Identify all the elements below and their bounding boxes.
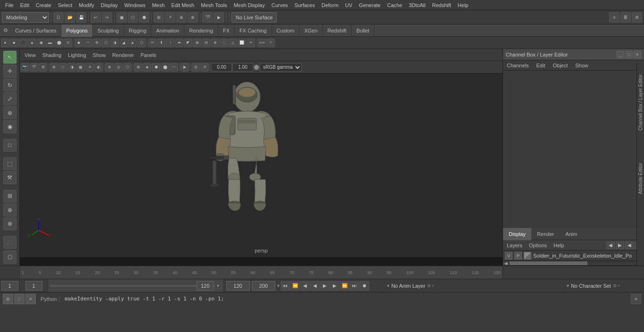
bottom-right-icon[interactable]: ≡ (631, 294, 641, 304)
shelf-platonic[interactable]: ◆ (74, 39, 83, 47)
shelf-cone[interactable]: ▲ (28, 39, 36, 47)
viewport-menu-view[interactable]: View (22, 51, 39, 59)
menu-redshift[interactable]: Redshift (429, 1, 454, 9)
scene-area[interactable]: X Z Y persp (20, 73, 503, 257)
anim-layer-add-icon[interactable]: + (432, 283, 434, 288)
anim-play-fwd-button[interactable]: ▶ (320, 281, 330, 291)
shelf-sphere[interactable]: ● (1, 39, 9, 47)
menu-mesh[interactable]: Mesh (149, 1, 168, 9)
layers-help-item[interactable]: Help (551, 242, 567, 249)
shelf-quad-draw[interactable]: ⬜ (238, 39, 246, 47)
snap-curve-button[interactable]: ⌖ (165, 12, 175, 23)
menu-create[interactable]: Create (33, 1, 55, 9)
menu-generate[interactable]: Generate (355, 1, 384, 9)
layers-settings-button[interactable]: ◀ (625, 242, 634, 249)
shelf-disc[interactable]: ⬤ (55, 39, 63, 47)
tab-redshift[interactable]: Redshift (323, 24, 352, 37)
menu-3dtall[interactable]: 3DtoAll (405, 1, 429, 9)
viewport-menu-lighting[interactable]: Lighting (65, 51, 89, 59)
camera-button[interactable]: 🎥 (3, 236, 17, 249)
rotate-tool-button[interactable]: ↻ (3, 79, 17, 91)
ipr-render-button[interactable]: ▶ (214, 12, 224, 23)
snap-grid-button2[interactable]: ⊕ (3, 203, 17, 216)
show-menu-item[interactable]: Show (572, 62, 591, 69)
shelf-extrude[interactable]: ⬆ (157, 39, 165, 47)
start-frame-input[interactable] (25, 281, 42, 291)
layer-visibility-button[interactable]: V (505, 252, 512, 259)
shelf-gear[interactable]: ⚙ (92, 39, 101, 47)
tab-bullet[interactable]: Bullet (352, 24, 375, 37)
tab-settings-button[interactable]: ⚙ (1, 26, 10, 35)
h-scroll-left-button[interactable]: ◀ (503, 261, 509, 265)
tab-rigging[interactable]: Rigging (124, 24, 151, 37)
char-set-add-icon[interactable]: + (618, 283, 620, 288)
new-file-button[interactable]: 🗋 (53, 12, 64, 23)
workspace-selector[interactable]: Modeling (2, 12, 49, 23)
vp-shadow-icon[interactable]: ◐ (94, 63, 103, 72)
open-file-button[interactable]: 📂 (65, 12, 75, 23)
anim-next-key-button[interactable]: ⏩ (340, 281, 349, 291)
menu-mesh-tools[interactable]: Mesh Tools (198, 1, 230, 9)
viewport-gamma-field[interactable] (211, 63, 232, 72)
viewport-exposure-field[interactable] (232, 63, 253, 72)
anim-skip-start-button[interactable]: ⏮ (281, 281, 290, 291)
shelf-pyramid[interactable]: ▲ (128, 39, 137, 47)
select-tool-button[interactable]: ↖ (3, 51, 17, 64)
vp-sculpt-icon[interactable]: ◈ (143, 63, 151, 72)
shelf-prism[interactable]: ◢ (119, 39, 128, 47)
menu-edit[interactable]: Edit (17, 1, 33, 9)
shelf-separate[interactable]: ⊟ (202, 39, 210, 47)
menu-surfaces[interactable]: Surfaces (291, 1, 318, 9)
display-tab[interactable]: Display (503, 228, 531, 240)
total-frame-input[interactable] (252, 281, 275, 291)
tab-rendering[interactable]: Rendering (184, 24, 218, 37)
vp-frame-icon[interactable]: ⊡ (191, 63, 200, 72)
save-file-button[interactable]: 💾 (76, 12, 86, 23)
viewport-menu-renderer[interactable]: Renderer (109, 51, 137, 59)
viewport-menu-shading[interactable]: Shading (40, 51, 64, 59)
slider-range-button[interactable]: ▼ (215, 283, 222, 289)
scale-tool-button[interactable]: ⤢ (3, 92, 17, 105)
paint-select-button[interactable]: ⬢ (139, 12, 149, 23)
menu-display[interactable]: Display (98, 1, 121, 9)
tab-curves-surfaces[interactable]: Curves / Surfaces (10, 24, 61, 37)
universal-manip-button[interactable]: ⊕ (3, 106, 17, 119)
mini-panel-icon[interactable]: ⊞ (3, 294, 13, 304)
paint-tool-button[interactable]: ⚒ (3, 171, 17, 184)
vp-isolate-icon[interactable]: ◎ (114, 63, 123, 72)
tab-fx[interactable]: FX (218, 24, 235, 37)
frame-slider[interactable]: ▼ (48, 279, 224, 292)
menu-select[interactable]: Select (55, 1, 76, 9)
shelf-soccer[interactable]: ⬡ (101, 39, 110, 47)
vp-camera-icon[interactable]: 📷 (21, 63, 29, 72)
menu-windows[interactable]: Windows (121, 1, 149, 9)
vp-film-icon[interactable]: 🎬 (30, 63, 38, 72)
attr-editor-button[interactable]: ≣ (620, 12, 631, 23)
channels-menu-item[interactable]: Channels (504, 62, 531, 69)
menu-cache[interactable]: Cache (384, 1, 405, 9)
vp-xray-icon[interactable]: ⊗ (105, 63, 114, 72)
vp-resolution-icon[interactable]: ⬡ (123, 63, 132, 72)
anim-prev-frame-button[interactable]: ◀ (300, 281, 310, 291)
menu-modify[interactable]: Modify (75, 1, 97, 9)
tool-settings-button[interactable]: ⚙ (632, 12, 642, 23)
soft-select-button[interactable]: ◉ (3, 120, 17, 133)
channel-box-button[interactable]: ≡ (609, 12, 619, 23)
slider-end-field[interactable] (197, 281, 214, 291)
layers-menu-item[interactable]: Layers (504, 242, 525, 249)
shelf-combine[interactable]: ⊞ (193, 39, 201, 47)
shelf-helix[interactable]: 〰 (83, 39, 92, 47)
menu-curves[interactable]: Curves (268, 1, 291, 9)
no-live-surface-button[interactable]: No Live Surface (231, 12, 277, 23)
layers-expand-button[interactable]: ▶ (616, 242, 624, 249)
vp-shading-icon[interactable]: ◑ (67, 63, 76, 72)
vp-playblast-icon[interactable]: ▶ (181, 63, 189, 72)
char-set-settings-icon[interactable]: ⚙ (613, 283, 617, 288)
channel-box-side-tab[interactable]: Channel Box / Layer Editor (637, 73, 644, 133)
mini-square-icon[interactable]: □ (14, 294, 25, 304)
attribute-editor-side-tab[interactable]: Attribute Editor (637, 161, 644, 196)
tab-sculpting[interactable]: Sculpting (93, 24, 124, 37)
shelf-bevel[interactable]: ◤ (184, 39, 192, 47)
edit-menu-item[interactable]: Edit (533, 62, 548, 69)
panel-maximize-button[interactable]: □ (625, 51, 633, 58)
